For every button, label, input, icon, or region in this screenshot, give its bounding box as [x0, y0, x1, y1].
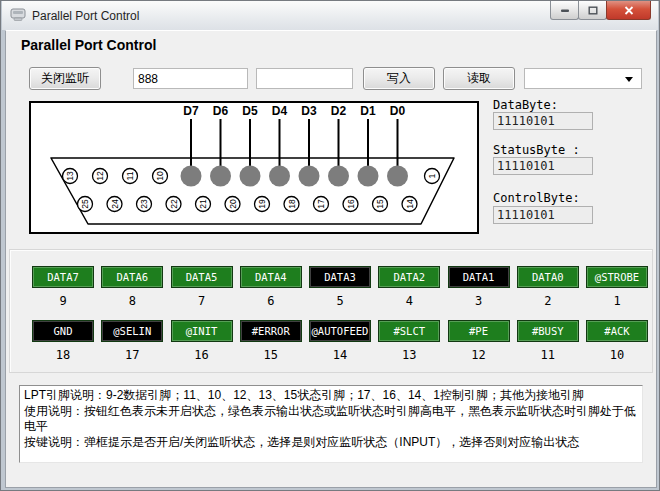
app-window: Parallel Port Control Parallel Port Cont…: [0, 0, 660, 491]
note-line-buttons: 按键说明：弹框提示是否开启/关闭监听状态，选择是则对应监听状态（INPUT），选…: [24, 435, 638, 451]
write-button[interactable]: 写入: [363, 67, 435, 90]
pin-cell: DATA24: [378, 266, 440, 308]
pin-number: 16: [171, 348, 233, 362]
data-pin-circle: [269, 166, 290, 187]
data-pin-circle: [299, 166, 320, 187]
pin-cell: DATA02: [517, 266, 579, 308]
read-button[interactable]: 读取: [443, 67, 515, 90]
pin-button-DATA7[interactable]: DATA7: [32, 266, 94, 288]
pin-button-DATA3[interactable]: DATA3: [309, 266, 371, 288]
controlbyte-label: ControlByte:: [493, 191, 580, 205]
maximize-icon: [588, 6, 598, 15]
pin-cell: DATA79: [32, 266, 94, 308]
pin-button-DATA0[interactable]: DATA0: [517, 266, 579, 288]
data-line-label: D2: [331, 104, 347, 118]
pin-cell: @INIT16: [171, 320, 233, 362]
pin-number: 17: [101, 348, 163, 362]
port-address-input[interactable]: [133, 68, 248, 89]
pin-button-ERROR[interactable]: #ERROR: [240, 320, 302, 342]
port-combobox[interactable]: [524, 68, 642, 89]
pin-number: 1: [586, 294, 648, 308]
pin-button-STROBE[interactable]: @STROBE: [586, 266, 648, 288]
pin-button-SELIN[interactable]: @SELIN: [101, 320, 163, 342]
pin-button-DATA1[interactable]: DATA1: [448, 266, 510, 288]
pin-button-SLCT[interactable]: #SLCT: [378, 320, 440, 342]
pin-number-label: 1: [427, 173, 437, 178]
pin-cell: #SLCT13: [378, 320, 440, 362]
pin-button-DATA2[interactable]: DATA2: [378, 266, 440, 288]
pin-number: 11: [517, 348, 579, 362]
pin-number: 8: [101, 294, 163, 308]
pin-button-AUTOFEED[interactable]: @AUTOFEED: [309, 320, 371, 342]
chevron-down-icon: [625, 77, 633, 82]
data-line-label: D5: [242, 104, 258, 118]
pin-button-DATA6[interactable]: DATA6: [101, 266, 163, 288]
instructions-box[interactable]: LPT引脚说明：9-2数据引脚；11、10、12、13、15状态引脚；17、16…: [19, 385, 643, 463]
pin-number: 18: [32, 348, 94, 362]
pin-number: 9: [32, 294, 94, 308]
pin-number-label: 17: [316, 199, 326, 209]
statusbyte-field[interactable]: [493, 157, 593, 175]
pin-button-INIT[interactable]: @INIT: [171, 320, 233, 342]
pin-number-label: 13: [65, 171, 75, 181]
pin-number-label: 15: [375, 199, 385, 209]
pin-button-BUSY[interactable]: #BUSY: [517, 320, 579, 342]
toggle-listen-button[interactable]: 关闭监听: [29, 67, 101, 90]
data-line-label: D6: [213, 104, 229, 118]
databyte-label: DataByte:: [493, 98, 558, 112]
pin-number: 13: [378, 348, 440, 362]
pin-number: 6: [240, 294, 302, 308]
pin-number-label: 20: [228, 199, 238, 209]
pin-number: 15: [240, 348, 302, 362]
pin-button-DATA4[interactable]: DATA4: [240, 266, 302, 288]
pin-number-label: 12: [95, 171, 105, 181]
data-pin-circle: [358, 166, 379, 187]
pin-number: 2: [517, 294, 579, 308]
pin-cell: @STROBE1: [586, 266, 648, 308]
pin-cell: @SELIN17: [101, 320, 163, 362]
minimize-icon: [560, 6, 570, 15]
title-bar[interactable]: Parallel Port Control: [2, 1, 658, 30]
pin-cell: DATA46: [240, 266, 302, 308]
pin-cell: DATA68: [101, 266, 163, 308]
pin-button-PE[interactable]: #PE: [448, 320, 510, 342]
data-pin-circle: [181, 166, 202, 187]
note-line-pins: LPT引脚说明：9-2数据引脚；11、10、12、13、15状态引脚；17、16…: [24, 388, 638, 404]
pin-cell: DATA35: [309, 266, 371, 308]
data-line-label: D0: [390, 104, 406, 118]
databyte-field[interactable]: [493, 112, 593, 130]
maximize-button[interactable]: [578, 1, 607, 20]
pin-button-DATA5[interactable]: DATA5: [171, 266, 233, 288]
data-pin-circle: [328, 166, 349, 187]
data-line-label: D1: [360, 104, 376, 118]
minimize-button[interactable]: [550, 1, 579, 20]
pin-number-label: 22: [169, 199, 179, 209]
pin-number-label: 10: [155, 171, 165, 181]
pin-cell: DATA13: [448, 266, 510, 308]
pin-button-ACK[interactable]: #ACK: [586, 320, 648, 342]
window-title: Parallel Port Control: [32, 9, 139, 23]
connector-diagram: D7D6D5D4D3D2D1D0131211101252423222120191…: [29, 101, 479, 234]
data-pin-circle: [387, 166, 408, 187]
pin-number-label: 18: [287, 199, 297, 209]
pin-cell: DATA57: [171, 266, 233, 308]
pin-number-label: 21: [198, 199, 208, 209]
pin-cell: #BUSY11: [517, 320, 579, 362]
pin-number: 5: [309, 294, 371, 308]
close-button[interactable]: [606, 1, 651, 20]
pin-number: 3: [448, 294, 510, 308]
pin-number-label: 14: [405, 199, 415, 209]
pin-number-label: 16: [346, 199, 356, 209]
statusbyte-label: StatusByte :: [493, 143, 580, 157]
pin-number: 4: [378, 294, 440, 308]
controlbyte-field[interactable]: [493, 206, 593, 224]
pin-row-control: GND18@SELIN17@INIT16#ERROR15@AUTOFEED14#…: [32, 320, 648, 362]
pin-button-GND[interactable]: GND: [32, 320, 94, 342]
data-line-label: D4: [272, 104, 288, 118]
data-line-label: D3: [301, 104, 317, 118]
app-icon: [10, 8, 26, 26]
pin-number-label: 25: [80, 199, 90, 209]
write-value-input[interactable]: [256, 68, 353, 89]
pin-state-group: DATA79DATA68DATA57DATA46DATA35DATA24DATA…: [9, 249, 653, 373]
pin-number: 7: [171, 294, 233, 308]
